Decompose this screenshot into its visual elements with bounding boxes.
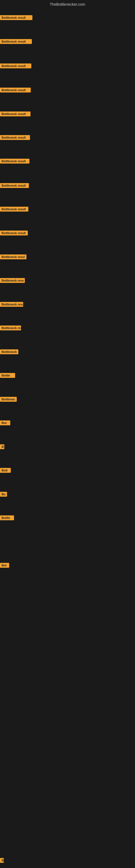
bottleneck-result-badge: Bot [0,421,10,425]
bottleneck-result-badge: Bottleneck result [0,207,28,212]
list-item: Bottleneck result [0,112,31,118]
list-item: Bottleneck result [0,230,28,237]
bottleneck-result-badge: Bottleneck result [0,112,31,116]
list-item: Bottleneck result [0,39,32,45]
bottleneck-result-badge: Bottleneck result [0,39,32,44]
list-item: Bot [0,563,9,569]
bottleneck-result-badge: Bottle [0,373,15,378]
bottleneck-result-badge: Bottleneck resu [0,302,23,307]
list-item: Bo [0,492,7,498]
bottleneck-result-badge: Bottleneck result [0,135,30,140]
list-item: Bott [0,468,11,474]
bottleneck-result-badge: Bottleneck [0,349,18,354]
site-title: TheBottlenecker.com [0,0,135,9]
bottleneck-result-badge: Bo [0,492,7,497]
list-item: Bottleneck result [0,63,31,69]
list-item: Bottleneck resu [0,302,23,308]
bottleneck-result-badge: Bot [0,563,9,568]
list-item: Bottle [0,373,15,379]
list-item: Bottle [0,516,14,521]
list-item: Bottleneck result [0,135,30,141]
bottleneck-result-badge: Bottleneck resul [0,254,27,259]
bottleneck-result-badge: Bottleneck res [0,326,21,330]
bottleneck-result-badge: Bott [0,468,11,473]
bottleneck-result-badge: B [0,444,4,449]
bottleneck-result-badge: Bottle [0,516,14,520]
bottleneck-result-badge: Bottleneck result [0,183,29,188]
list-item: B [0,858,4,864]
list-item: Bottleneck res [0,326,21,332]
list-item: Bottleneck [0,349,18,355]
bottleneck-result-badge: Bottleneck result [0,159,30,163]
bottleneck-result-badge: Bottleneck result [0,15,32,20]
bottleneck-result-badge: Bottleneck result [0,63,31,68]
list-item: Bottleneck result [0,207,28,213]
list-item: Bottleneck result [0,159,30,165]
list-item: Bottlenec [0,397,17,403]
bottleneck-result-badge: Bottleneck result [0,88,31,93]
bottleneck-result-badge: B [0,858,4,863]
bottleneck-result-badge: Bottleneck result [0,230,28,236]
bottleneck-result-badge: Bottleneck resu [0,278,25,283]
list-item: Bottleneck result [0,15,32,21]
list-item: Bottleneck result [0,183,29,189]
list-item: Bottleneck resul [0,254,27,260]
list-item: B [0,444,4,450]
bottleneck-result-badge: Bottlenec [0,397,17,402]
list-item: Bottleneck resu [0,278,25,284]
list-item: Bot [0,421,10,426]
list-item: Bottleneck result [0,88,31,94]
